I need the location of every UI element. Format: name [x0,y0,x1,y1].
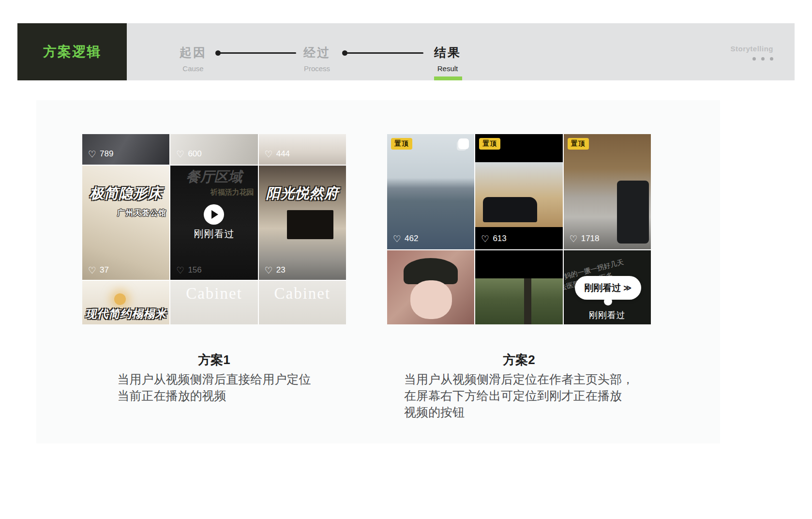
double-chevron-icon: ≫ [623,283,632,292]
plan2-desc-line3: 视频的按钮 [404,404,634,420]
like-count: ♡ 462 [393,234,418,244]
step-result-label-en: Result [434,64,461,73]
car-shape [617,181,649,244]
video-thumbnail-pinned[interactable]: 置顶 ♡ 1718 [564,134,651,249]
timeline-line [220,52,296,54]
video-thumbnail[interactable]: ♡ 444 [259,134,346,165]
timeline-step-cause[interactable]: 起因 Cause [180,45,207,73]
plan2-desc-line2: 在屏幕右下方给出可定位到刚才正在播放 [404,387,634,404]
just-watched-label: 刚刚看过 [564,309,651,321]
video-thumbnail-just-watched[interactable]: 餐厅区域 祈福活力花园 刚刚看过 ♡ 156 [170,166,257,280]
heart-icon: ♡ [88,150,96,159]
menu-dots [752,57,773,61]
plan1-desc-line1: 当用户从视频侧滑后直接给用户定位 [118,371,311,387]
storytelling-watermark: Storytelling [730,45,773,53]
like-count: ♡ 600 [176,149,201,159]
brand-title: 方案逻辑 [43,43,101,61]
video-cover-subtitle: 祈福活力花园 [211,188,254,197]
like-count-value: 37 [100,265,109,275]
like-count: ♡ 156 [176,265,201,275]
garden-photo [475,278,562,324]
like-count-value: 789 [100,149,113,159]
pinned-badge: 置顶 [568,138,589,150]
like-count: ♡ 1718 [570,234,600,244]
plan1-video-grid: ♡ 789 ♡ 600 ♡ 444 极简隐形床 广州天荟公馆 ♡ 37 [82,134,346,324]
like-count-value: 600 [188,149,201,159]
video-thumbnail-pinned[interactable]: 置顶 ♡ 613 [475,134,562,249]
video-cover-title: Cabinet [170,285,257,303]
like-count-value: 156 [188,265,201,275]
play-icon[interactable] [204,204,224,225]
like-count: ♡ 37 [88,265,109,275]
timeline-line [346,52,423,54]
tv-screen-shape [287,210,333,239]
timeline-step-result[interactable]: 结果 Result [434,45,461,73]
video-thumbnail-pinned[interactable]: 置顶 ♡ 462 [387,134,474,249]
active-step-underline [434,76,462,80]
like-count-value: 23 [276,265,286,275]
tree-trunk-shape [524,278,531,324]
video-cover-title: 餐厅区域 [170,168,257,187]
plan1-desc-line2: 当前正在播放的视频 [118,387,311,404]
heart-icon: ♡ [481,234,489,244]
like-count: ♡ 23 [265,265,286,275]
step-cause-label-zh: 起因 [180,45,207,61]
step-cause-label-en: Cause [180,64,207,73]
plan2-video-grid: 置顶 ♡ 462 置顶 ♡ 613 置顶 ♡ 1718 [387,134,651,324]
pinned-badge: 置顶 [479,138,500,150]
plan1-description: 当用户从视频侧滑后直接给用户定位 当前正在播放的视频 [82,371,346,404]
plan1-title: 方案1 [82,351,346,368]
video-cover-title: 极简隐形床 [82,184,169,203]
video-cover-title: Cabinet [259,285,346,303]
step-process-label-zh: 经过 [303,45,331,61]
just-watched-button[interactable]: 刚刚看过 ≫ [575,276,641,300]
video-thumbnail[interactable]: 极简隐形床 广州天荟公馆 ♡ 37 [82,166,169,280]
video-thumbnail[interactable]: ♡ 600 [170,134,257,165]
video-thumbnail[interactable]: 现代简约榻榻米 [82,281,169,324]
video-thumbnail[interactable]: 阳光悦然府 ♡ 23 [259,166,346,280]
timeline-step-process[interactable]: 经过 Process [303,45,331,73]
heart-icon: ♡ [265,150,273,159]
slide: 方案逻辑 起因 Cause 经过 Process 结果 Result Story… [0,0,812,519]
video-thumbnail[interactable] [475,250,562,324]
like-count: ♡ 444 [265,149,290,159]
pinned-badge: 置顶 [391,138,412,150]
heart-icon: ♡ [88,266,96,275]
heart-icon: ♡ [176,150,184,159]
like-count: ♡ 613 [481,234,506,244]
photo-stack-icon [458,138,469,149]
button-bubble-tail [604,297,612,305]
plan2-description: 当用户从视频侧滑后定位在作者主页头部， 在屏幕右下方给出可定位到刚才正在播放 视… [387,371,651,420]
video-thumbnail[interactable]: ♡ 789 [82,134,169,165]
suv-shape [483,197,537,222]
like-count-value: 1718 [581,234,600,244]
video-thumbnail-just-watched[interactable]: 它妈的一撅一拐好几天 去医院花了六百多 刚刚看过 ≫ 刚刚看过 [564,250,651,324]
brand-box: 方案逻辑 [17,23,127,80]
video-thumbnail[interactable]: Cabinet [170,281,257,324]
video-cover-title: 阳光悦然府 [259,184,346,203]
just-watched-button-label: 刚刚看过 [584,282,621,294]
face-shape [410,280,452,319]
step-process-label-en: Process [303,64,331,73]
heart-icon: ♡ [393,234,401,244]
plan2-title: 方案2 [387,351,651,368]
like-count-value: 613 [493,234,506,244]
just-watched-label: 刚刚看过 [170,228,257,241]
video-thumbnail[interactable] [387,250,474,324]
video-thumbnail[interactable]: Cabinet [259,281,346,324]
heart-icon: ♡ [570,234,578,244]
header-bar: 方案逻辑 起因 Cause 经过 Process 结果 Result Story… [17,23,795,80]
video-cover-subtitle: 广州天荟公馆 [117,208,166,218]
heart-icon: ♡ [176,266,184,275]
step-result-label-zh: 结果 [434,45,461,61]
heart-icon: ♡ [265,266,273,275]
ceiling-lamp-shape [114,293,126,305]
like-count-value: 462 [405,234,418,244]
plan2-desc-line1: 当用户从视频侧滑后定位在作者主页头部， [404,371,634,387]
video-cover-title: 现代简约榻榻米 [82,306,169,321]
like-count-value: 444 [276,149,290,159]
like-count: ♡ 789 [88,149,113,159]
